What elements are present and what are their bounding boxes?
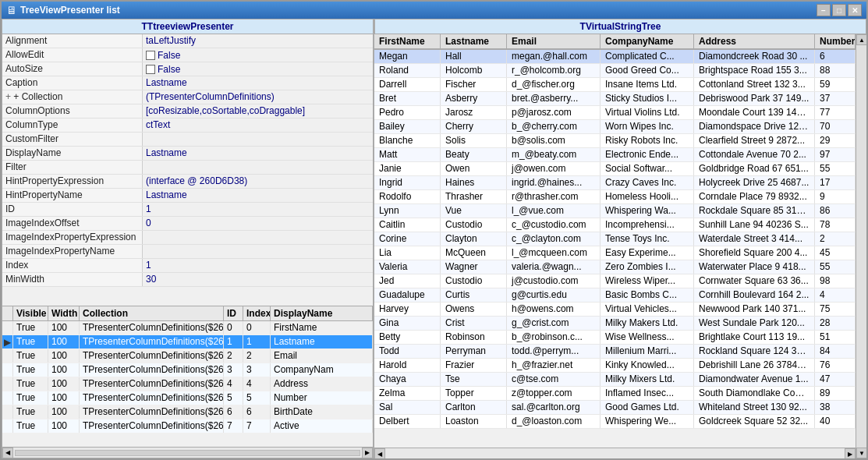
grid-row[interactable]: DarrellFischerd_@fischer.orgInsane Items… (374, 78, 856, 92)
grid-row[interactable]: LynnVuel_@vue.comWhispering Wa...Rockdal… (374, 204, 856, 218)
right-hscroll-left[interactable]: ◀ (374, 448, 385, 458)
grid-row[interactable]: BaileyCherryb_@cherry.comWorn Wipes Inc.… (374, 120, 856, 134)
grid-cell: Wise Wellness... (601, 331, 694, 344)
grid-row[interactable]: ChayaTsec@tse.comMilky Mixers Ltd.Diamon… (374, 373, 856, 387)
grid-row[interactable]: ZelmaTopperz@topper.comInflamed Insec...… (374, 387, 856, 401)
property-row[interactable]: CustomFilter (2, 133, 373, 147)
grid-cell: 78 (815, 218, 856, 232)
grid-row[interactable]: CaitlinCustodioc_@custodio.comIncomprehe… (374, 218, 856, 232)
grid-cell: Cornwater Square 63 36... (694, 274, 815, 288)
grid-cell: Pedro (374, 106, 441, 119)
grid-scroll[interactable]: MeganHallmegan.@hall.comComplicated C...… (374, 50, 856, 448)
grid-row[interactable]: HaroldFrazierh_@frazier.netKinky Knowled… (374, 359, 856, 373)
vscroll-up[interactable]: ▲ (856, 34, 866, 45)
property-row[interactable]: CaptionLastname (2, 76, 373, 90)
property-row[interactable]: MinWidth30 (2, 273, 373, 287)
close-button[interactable]: ✕ (848, 4, 862, 16)
btable-cell: TPresenterColumnDefinitions($260D6B98) (80, 391, 224, 405)
vscroll-down[interactable]: ▼ (856, 448, 866, 458)
grid-row[interactable]: GuadalupeCurtisg@curtis.eduBasic Bombs C… (374, 288, 856, 303)
grid-cell: Ingrid (374, 176, 441, 189)
property-row[interactable]: HintPropertyNameLastname (2, 189, 373, 203)
property-row[interactable]: AllowEditFalse (2, 48, 373, 62)
bottom-table-row[interactable]: True100TPresenterColumnDefinitions($260D… (2, 419, 373, 433)
grid-cell: Topper (441, 387, 507, 400)
grid-row[interactable]: BettyRobinsonb_@robinson.c...Wise Wellne… (374, 331, 856, 345)
right-hscroll-right[interactable]: ▶ (845, 448, 856, 458)
props-scroll[interactable]: AlignmenttaLeftJustifyAllowEditFalseAuto… (2, 34, 373, 306)
grid-row[interactable]: HarveyOwensh@owens.comVirtual Vehicles..… (374, 303, 856, 317)
hscroll-track[interactable] (15, 450, 360, 456)
grid-row[interactable]: DelbertLoastond_@loaston.comWhispering W… (374, 415, 856, 429)
property-row[interactable]: HintPropertyExpression(interface @ 260D6… (2, 175, 373, 189)
grid-cell: Rodolfo (374, 190, 441, 203)
grid-row[interactable]: SalCarltonsal.@carlton.orgGood Games Ltd… (374, 401, 856, 415)
grid-row[interactable]: PedroJaroszp@jarosz.comVirtual Violins L… (374, 106, 856, 120)
grid-cell: Solis (441, 134, 507, 147)
bottom-table-row[interactable]: True100TPresenterColumnDefinitions($260D… (2, 391, 373, 405)
prop-checkbox[interactable] (146, 51, 155, 60)
grid-cell: Cherry (441, 120, 507, 133)
hscroll-right-btn[interactable]: ▶ (362, 448, 373, 458)
property-row[interactable]: ID1 (2, 203, 373, 217)
grid-cell: Social Softwar... (601, 162, 694, 175)
maximize-button[interactable]: □ (832, 4, 846, 16)
grid-cell: Wagner (441, 260, 507, 274)
grid-cell: Jed (374, 274, 441, 288)
btable-cell: Active (271, 419, 373, 433)
bottom-table-row[interactable]: ▶True100TPresenterColumnDefinitions($260… (2, 335, 373, 349)
property-row[interactable]: ColumnTypectText (2, 119, 373, 133)
right-hscroll[interactable]: ◀ ▶ (374, 448, 856, 458)
grid-row[interactable]: LiaMcQueenl_@mcqueen.comEasy Experime...… (374, 246, 856, 260)
grid-row[interactable]: BretAsberrybret.@asberry...Sticky Studio… (374, 92, 856, 106)
grid-row[interactable]: JedCustodioj@custodio.comWireless Wiper.… (374, 274, 856, 288)
grid-row[interactable]: CorineClaytonc_@clayton.comTense Toys In… (374, 232, 856, 246)
grid-row[interactable]: ValeriaWagnervaleria.@wagn...Zero Zombie… (374, 260, 856, 274)
bottom-table-row[interactable]: True100TPresenterColumnDefinitions($260D… (2, 349, 373, 363)
bottom-table-row[interactable]: True100TPresenterColumnDefinitions($260D… (2, 377, 373, 391)
property-row[interactable]: ImageIndexPropertyExpression (2, 231, 373, 245)
grid-cell: South Diamondlake Cour... (694, 387, 815, 400)
right-vscroll[interactable]: ▲ ▼ (856, 34, 866, 458)
grid-cell: Goldcreek Square 52 32... (694, 415, 815, 428)
property-row[interactable]: DisplayNameLastname (2, 147, 373, 161)
prop-value: (TPresenterColumnDefinitions) (143, 90, 373, 104)
grid-cell: Newwood Park 140 371... (694, 303, 815, 316)
bottom-table-scroll[interactable]: True100TPresenterColumnDefinitions($260D… (2, 321, 373, 447)
grid-row[interactable]: GinaCristg_@crist.comMilky Makers Ltd.We… (374, 317, 856, 331)
property-row[interactable]: ImageIndexPropertyName (2, 245, 373, 259)
property-row[interactable]: AlignmenttaLeftJustify (2, 34, 373, 48)
prop-checkbox[interactable] (146, 65, 155, 74)
property-row[interactable]: + Collection(TPresenterColumnDefinitions… (2, 90, 373, 104)
property-row[interactable]: Filter (2, 161, 373, 175)
property-row[interactable]: Index1 (2, 259, 373, 273)
bottom-hscroll[interactable]: ◀ ▶ (2, 447, 373, 458)
grid-row[interactable]: RodolfoThrasherr@thrasher.comHomeless Ho… (374, 190, 856, 204)
hscroll-left-btn[interactable]: ◀ (2, 448, 13, 458)
grid-cell: Carlton (441, 401, 507, 414)
right-hscroll-track[interactable] (385, 448, 845, 458)
grid-row[interactable]: BlancheSolisb@solis.comRisky Robots Inc.… (374, 134, 856, 148)
grid-cell: Bailey (374, 120, 441, 133)
grid-row[interactable]: JanieOwenj@owen.comSocial Softwar...Gold… (374, 162, 856, 176)
minimize-button[interactable]: − (817, 4, 831, 16)
grid-row[interactable]: IngridHainesingrid.@haines...Crazy Caves… (374, 176, 856, 190)
grid-cell: Darrell (374, 78, 441, 91)
row-arrow: ▶ (2, 335, 13, 349)
grid-cell: Good Greed Co... (601, 64, 694, 77)
bottom-table-row[interactable]: True100TPresenterColumnDefinitions($260D… (2, 405, 373, 419)
grid-row[interactable]: RolandHolcombr_@holcomb.orgGood Greed Co… (374, 64, 856, 78)
right-panel: TVirtualStringTree FirstName Lastname Em… (374, 19, 866, 458)
property-row[interactable]: AutoSizeFalse (2, 62, 373, 76)
grid-cell: c_@clayton.com (507, 232, 601, 246)
property-row[interactable]: ColumnOptions[coResizable,coSortable,coD… (2, 104, 373, 119)
grid-cell: Fischer (441, 78, 507, 91)
property-row[interactable]: ImageIndexOffset0 (2, 217, 373, 231)
grid-row[interactable]: MeganHallmegan.@hall.comComplicated C...… (374, 50, 856, 64)
grid-row[interactable]: MattBeatym_@beaty.comElectronic Ende...C… (374, 148, 856, 162)
grid-cell: Perryman (441, 345, 507, 358)
bottom-table-row[interactable]: True100TPresenterColumnDefinitions($260D… (2, 321, 373, 335)
prop-name: Filter (2, 161, 143, 174)
bottom-table-row[interactable]: True100TPresenterColumnDefinitions($260D… (2, 363, 373, 377)
grid-row[interactable]: ToddPerrymantodd.@perrym...Millenium Mar… (374, 345, 856, 359)
